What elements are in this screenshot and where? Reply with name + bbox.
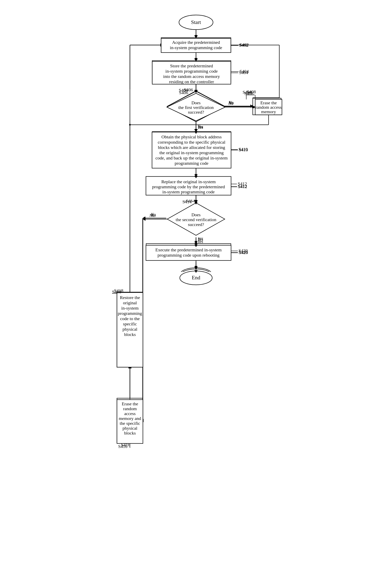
- s410-final-1: Obtain the physical block address: [162, 134, 222, 139]
- s418-final-5: code to the: [120, 316, 140, 321]
- s410-final-3: blocks which are allocated for storing: [158, 145, 225, 150]
- s420-final-1: Execute the predetermined in-system: [155, 247, 222, 252]
- svg-rect-77: [109, 89, 159, 124]
- flowchart: Start Acquire the predetermined in-syste…: [109, 12, 283, 556]
- s414-final-id: S414: [182, 199, 192, 204]
- s412-final-2: programming code by the predetermined: [152, 184, 225, 189]
- s416-final-4: memory and: [119, 416, 141, 421]
- s416-final-7: blocks: [124, 430, 136, 436]
- s404-final-4: residing on the controller: [169, 79, 214, 84]
- s404-final-id: S404: [239, 70, 248, 75]
- s410-final-id: S410: [239, 147, 248, 152]
- s408-final-id: S408: [244, 91, 253, 96]
- s402-final-1: Acquire the predetermined: [172, 40, 220, 45]
- s416-final-2: random: [123, 406, 137, 411]
- s404-final-1: Store the predetermined: [170, 63, 213, 68]
- s418-final-2: original: [123, 300, 137, 305]
- s412-final-3: in-system programming code: [162, 189, 215, 194]
- s410-final-2: corresponding to the specific physical: [158, 140, 225, 145]
- s402-final-id: S402: [239, 43, 248, 48]
- s414-final-2: the second verification: [176, 217, 216, 222]
- s420-final-2: programming code upon rebooting: [157, 253, 220, 258]
- svg-point-140: [129, 124, 131, 126]
- s412-final-1: Replace the original in-system: [161, 179, 216, 184]
- s410-final-5: code, and back up the original in-system: [155, 155, 228, 160]
- s418-final-id: S418: [112, 289, 121, 294]
- s418-final-4: programming: [118, 311, 142, 316]
- s418-final-7: physical: [122, 327, 137, 332]
- s404-final-2: in-system programming code: [165, 69, 218, 74]
- s402-final-2: in-system programming code: [170, 45, 222, 50]
- s416-final-6: physical: [122, 426, 137, 431]
- s414-final-3: succeed?: [188, 222, 204, 227]
- s410-final-4: the original in-system programming: [159, 150, 224, 155]
- s414-final-1: Does: [191, 212, 200, 217]
- s408-final-3: memory: [261, 109, 276, 114]
- s406-final-id: S406: [179, 90, 188, 95]
- no-s414-final: No: [149, 213, 154, 218]
- s420-final-id: S420: [239, 250, 248, 255]
- flowchart-svg: Start Acquire the predetermined in-syste…: [109, 12, 283, 556]
- s418-final-8: blocks: [124, 332, 136, 337]
- s416-final-5: the specific: [120, 421, 140, 426]
- s412-final-id: S412: [238, 184, 247, 189]
- s410-final-6: programming code: [175, 161, 209, 166]
- s418-final-3: in-system: [121, 306, 139, 311]
- s406-final-1: Does: [191, 100, 200, 105]
- s416-final-id: S416: [118, 444, 127, 449]
- s418-final-6: specific: [123, 321, 137, 326]
- yes-s406-final: Yes: [198, 125, 203, 130]
- start-final: Start: [191, 19, 201, 25]
- no-s406-final: No: [228, 101, 234, 106]
- s404-final-3: into the random access memory: [163, 74, 220, 79]
- s416-final-3: access: [124, 411, 136, 416]
- end-final: End: [192, 275, 200, 280]
- s416-final-1: Erase the: [122, 401, 138, 406]
- s406-final-2: the first verification: [178, 105, 214, 110]
- s418-final-1: Restore the: [120, 295, 140, 300]
- yes-s414-final: Yes: [198, 239, 203, 244]
- s406-final-3: succeed?: [188, 110, 204, 115]
